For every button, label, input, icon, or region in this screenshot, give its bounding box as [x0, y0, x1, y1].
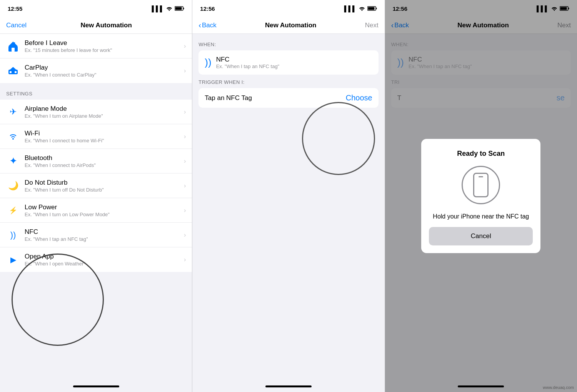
nfc-when-card: )) NFC Ex. "When I tap an NFC tag": [198, 50, 378, 75]
scan-modal-backdrop: Ready to Scan Hold your iPhone near the …: [385, 0, 577, 392]
svg-rect-1: [175, 7, 182, 10]
status-icons-2: ▌▌▌: [344, 5, 377, 12]
chevron-icon: ›: [184, 67, 186, 74]
cancel-button[interactable]: Cancel: [6, 22, 27, 29]
lowpower-subtitle: Ex. "When I turn on Low Power Mode": [25, 212, 181, 217]
airplane-subtitle: Ex. "When I turn on Airplane Mode": [25, 113, 181, 119]
list-item-before-i-leave[interactable]: Before I Leave Ex. "15 minutes before I …: [0, 34, 192, 58]
svg-rect-14: [376, 8, 377, 9]
settings-header: SETTINGS: [0, 83, 192, 100]
nfc-icon: )): [6, 228, 20, 242]
screen-1: 12:55 ▌▌▌ Cancel New Automation Before I: [0, 0, 192, 392]
nav-title-1: New Automation: [80, 22, 132, 29]
settings-list: ✈ Airplane Mode Ex. "When I turn on Airp…: [0, 100, 192, 272]
when-section: WHEN: )) NFC Ex. "When I tap an NFC tag": [192, 34, 384, 79]
wifi-subtitle: Ex. "When I connect to home Wi-Fi": [25, 138, 181, 143]
wifi-icon: [6, 130, 20, 143]
modal-cancel-button[interactable]: Cancel: [429, 227, 533, 245]
list-item-dnd[interactable]: 🌙 Do Not Disturb Ex. "When I turn off Do…: [0, 173, 192, 198]
chevron-icon: ›: [184, 158, 186, 165]
svg-marker-9: [10, 67, 16, 70]
screen-2: 12:56 ▌▌▌ ‹ Back New Automation Next WHE…: [192, 0, 384, 392]
svg-rect-11: [15, 71, 17, 73]
bluetooth-title: Bluetooth: [25, 154, 181, 162]
svg-rect-5: [12, 48, 15, 52]
dnd-title: Do Not Disturb: [25, 179, 181, 187]
openapp-text: Open App Ex. "When I open Weather": [25, 253, 181, 267]
house-icon: [6, 39, 20, 53]
trigger-label: TRIGGER WHEN I:: [198, 79, 378, 85]
lowpower-text: Low Power Ex. "When I turn on Low Power …: [25, 204, 181, 217]
openapp-icon: ▶: [6, 253, 20, 267]
top-list: Before I Leave Ex. "15 minutes before I …: [0, 34, 192, 83]
svg-marker-4: [8, 42, 18, 46]
nav-bar-1: Cancel New Automation: [0, 17, 192, 34]
list-item-nfc[interactable]: )) NFC Ex. "When I tap an NFC tag" ›: [0, 223, 192, 247]
modal-description: Hold your iPhone near the NFC tag: [433, 212, 529, 221]
wifi-title: Wi-Fi: [25, 130, 181, 137]
list-item-openapp[interactable]: ▶ Open App Ex. "When I open Weather" ›: [0, 247, 192, 272]
screen-3: 12:56 ▌▌▌ ‹ Back New Automation Next WHE…: [385, 0, 577, 392]
home-bar-1: [73, 385, 119, 387]
wifi-icon-2: [359, 5, 365, 12]
nav-bar-2: ‹ Back New Automation Next: [192, 17, 384, 34]
carplay-title: CarPlay: [25, 64, 181, 72]
signal-icon-2: ▌▌▌: [344, 5, 357, 12]
choose-button[interactable]: Choose: [346, 93, 372, 102]
phone-body-graphic: [473, 173, 489, 197]
dnd-subtitle: Ex. "When I turn off Do Not Disturb": [25, 187, 181, 193]
wifi-text: Wi-Fi Ex. "When I connect to home Wi-Fi": [25, 130, 181, 143]
trigger-section: TRIGGER WHEN I: Tap an NFC Tag Choose: [192, 79, 384, 108]
chevron-icon: ›: [184, 207, 186, 214]
next-button-2[interactable]: Next: [365, 22, 379, 29]
time-1: 12:55: [8, 5, 22, 12]
list-item-wifi[interactable]: Wi-Fi Ex. "When I connect to home Wi-Fi"…: [0, 124, 192, 149]
carplay-subtitle: Ex. "When I connect to CarPlay": [25, 72, 181, 78]
bluetooth-text: Bluetooth Ex. "When I connect to AirPods…: [25, 154, 181, 168]
wifi-icon-1: [166, 5, 172, 12]
chevron-icon: ›: [184, 232, 186, 239]
battery-icon-2: [367, 5, 377, 12]
before-i-leave-subtitle: Ex. "15 minutes before I leave for work": [25, 47, 181, 53]
scroll-content-2: WHEN: )) NFC Ex. "When I tap an NFC tag"…: [192, 34, 384, 380]
lowpower-title: Low Power: [25, 204, 181, 211]
nfc-card-subtitle: Ex. "When I tap an NFC tag": [216, 63, 280, 69]
dnd-text: Do Not Disturb Ex. "When I turn off Do N…: [25, 179, 181, 193]
chevron-icon: ›: [184, 108, 186, 115]
scroll-content-1: Before I Leave Ex. "15 minutes before I …: [0, 34, 192, 380]
nfc-card-text: NFC Ex. "When I tap an NFC tag": [216, 56, 280, 69]
list-item-airplane[interactable]: ✈ Airplane Mode Ex. "When I turn on Airp…: [0, 100, 192, 124]
status-icons-1: ▌▌▌: [152, 5, 184, 12]
home-bar-2: [265, 385, 312, 387]
airplane-text: Airplane Mode Ex. "When I turn on Airpla…: [25, 105, 181, 119]
status-bar-2: 12:56 ▌▌▌: [192, 0, 384, 17]
home-indicator-1: [0, 380, 192, 392]
modal-title: Ready to Scan: [457, 150, 505, 158]
list-item-carplay[interactable]: CarPlay Ex. "When I connect to CarPlay" …: [0, 58, 192, 83]
nav-title-2: New Automation: [265, 22, 316, 29]
nfc-text: NFC Ex. "When I tap an NFC tag": [25, 228, 181, 242]
nfc-title: NFC: [25, 228, 181, 236]
chevron-icon: ›: [184, 256, 186, 263]
before-i-leave-title: Before I Leave: [25, 39, 181, 47]
trigger-text: Tap an NFC Tag: [205, 94, 252, 102]
back-button-2[interactable]: ‹ Back: [198, 21, 216, 30]
dnd-icon: 🌙: [6, 179, 20, 193]
when-label: WHEN:: [198, 42, 378, 47]
carplay-icon: [6, 64, 20, 78]
openapp-title: Open App: [25, 253, 181, 260]
airplane-title: Airplane Mode: [25, 105, 181, 113]
svg-rect-2: [183, 8, 184, 9]
carplay-text: CarPlay Ex. "When I connect to CarPlay": [25, 64, 181, 78]
list-item-lowpower[interactable]: ⚡ Low Power Ex. "When I turn on Low Powe…: [0, 198, 192, 223]
bluetooth-subtitle: Ex. "When I connect to AirPods": [25, 162, 181, 168]
list-item-bluetooth[interactable]: ✦ Bluetooth Ex. "When I connect to AirPo…: [0, 149, 192, 173]
trigger-row: Tap an NFC Tag Choose: [198, 88, 378, 108]
status-bar-1: 12:55 ▌▌▌: [0, 0, 192, 17]
before-i-leave-text: Before I Leave Ex. "15 minutes before I …: [25, 39, 181, 53]
nfc-subtitle: Ex. "When I tap an NFC tag": [25, 236, 181, 242]
lowpower-icon: ⚡: [6, 204, 20, 217]
signal-icon-1: ▌▌▌: [152, 5, 164, 12]
chevron-icon: ›: [184, 133, 186, 140]
chevron-icon: ›: [184, 43, 186, 50]
